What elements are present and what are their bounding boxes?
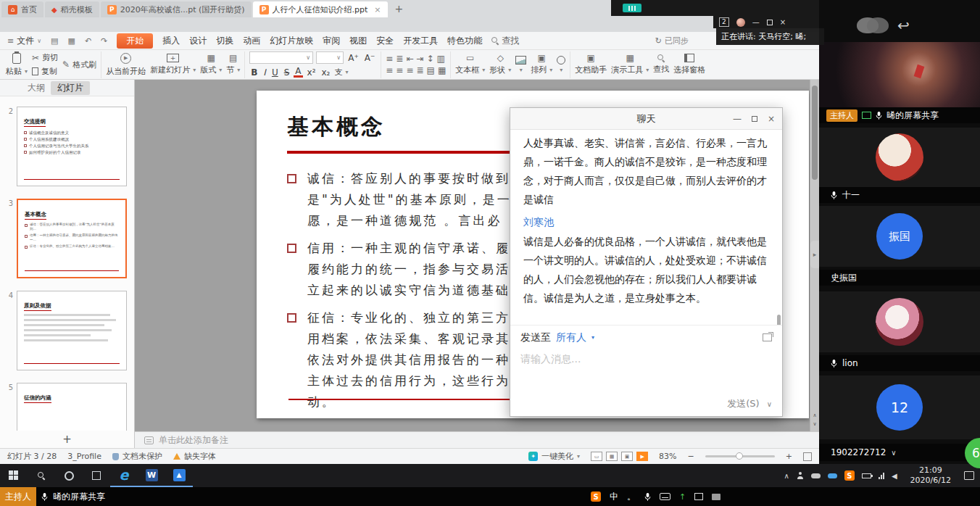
justify-icon[interactable]: ≣ [416,66,423,75]
menu-security[interactable]: 安全 [376,35,394,47]
sogou-tray-icon[interactable]: S [844,470,855,481]
menu-view[interactable]: 视图 [349,35,367,47]
slide-thumbnail-5[interactable]: 征信的内涵 [17,383,127,431]
distribute-icon[interactable]: ▤ [427,66,435,75]
taskbar-search-button[interactable] [28,464,55,487]
selection-pane-button[interactable]: 选择窗格 [673,54,705,75]
bold-button[interactable]: B [249,67,259,78]
popout-icon[interactable] [763,333,772,341]
strikethrough-button[interactable]: S [283,67,291,78]
send-to-select[interactable]: 所有人 [556,331,586,344]
zoom-slider-handle[interactable] [736,452,743,460]
present-tools-button[interactable]: ▦ 演示工具▾ [611,54,649,75]
taskbar-clock[interactable]: 21:09 2020/6/12 [910,465,951,486]
chat-maximize-button[interactable] [752,116,757,122]
collapse-pane-handle[interactable]: ▸ [810,241,819,268]
menu-devtools[interactable]: 开发工具 [403,35,438,47]
doc-assistant-button[interactable]: ▣ 文档助手 [575,54,607,75]
chevron-down-icon[interactable]: ▾ [591,334,594,341]
zoom-slider[interactable] [705,455,775,457]
play-from-current-button[interactable]: ▶ 从当前开始 [106,53,146,77]
participant-tile[interactable]: 12 [819,376,980,439]
copy-button[interactable]: 复制 [32,66,58,77]
onedrive-icon[interactable] [828,473,837,478]
chat-input[interactable]: 请输入消息... [510,349,782,391]
slide-thumbnail-4[interactable]: 原则及依据 [17,291,127,370]
tab-home[interactable]: ⌂ 首页 [1,1,43,17]
menu-special[interactable]: 特色功能 [447,35,482,47]
participant-tile[interactable]: 振国 [819,206,980,267]
format-painter-button[interactable]: ✎格式刷 [62,59,96,70]
subscript-button[interactable]: x₂ [320,67,331,78]
missing-font-button[interactable]: 缺失字体 [173,451,216,462]
indent-decrease-icon[interactable]: ⇤ [406,54,413,63]
network-icon[interactable] [879,473,884,479]
tab-document-2[interactable]: P 人行个人征信知识介绍.ppt × [253,1,388,17]
menu-start[interactable]: 开始 [117,33,153,49]
punctuation-icon[interactable]: 。 [627,491,636,503]
tab-outline[interactable]: 大纲 [28,82,45,94]
meeting-app-button[interactable]: ▲ [165,464,193,487]
file-menu[interactable]: ≡ 文件 ∨ [7,35,41,47]
previous-slide-button[interactable]: ∧ [813,412,816,418]
menu-design[interactable]: 设计 [189,35,207,47]
participant-tile[interactable] [819,291,980,352]
action-center-icon[interactable] [964,471,974,480]
host-video-tile[interactable] [819,42,980,107]
normal-view-button[interactable]: ▭ [591,452,602,461]
undo-icon[interactable]: ↶ [85,36,91,46]
fullscreen-icon[interactable] [803,452,812,461]
find-button[interactable]: 查找 [653,54,669,75]
menu-slideshow[interactable]: 幻灯片放映 [270,35,313,47]
save-icon[interactable]: ▤ [51,36,58,46]
menu-insert[interactable]: 插入 [162,35,180,47]
back-arrow-icon[interactable]: ↩ [897,18,910,33]
menu-animation[interactable]: 动画 [243,35,260,47]
chat-header[interactable]: 聊天 — × [510,108,782,130]
cortana-button[interactable] [55,464,83,487]
align-right-icon[interactable]: ≡ [406,66,413,75]
slide-sorter-button[interactable]: ▦ [606,452,618,461]
user-avatar[interactable] [736,18,745,27]
toolbox-icon[interactable] [712,494,721,500]
text-tool-button[interactable]: 支▾ [334,67,348,78]
zoom-in-button[interactable]: + [786,452,792,461]
decrease-font-button[interactable]: A⁻ [363,53,377,63]
outline-color-button[interactable]: ▾ [557,56,565,73]
tab-docer[interactable]: ◆ 稻壳模板 [45,1,99,17]
paste-button[interactable]: 粘贴▾ [6,53,28,77]
message-count-badge[interactable]: 2 [719,17,729,27]
doc-protect-button[interactable]: 文档未保护 [112,451,162,462]
section-button[interactable]: ▤ 节▾ [226,54,240,75]
line-spacing-icon[interactable]: ↕ [427,54,434,63]
arrange-button[interactable]: ▣ 排列▾ [531,54,552,75]
picture-button[interactable]: ▾ [515,56,526,73]
voice-input-icon[interactable] [644,492,651,502]
tray-expand-icon[interactable]: ∧ [784,472,789,480]
sogou-logo-icon[interactable]: S [591,492,601,502]
redo-icon[interactable]: ↷ [101,36,107,46]
menu-transition[interactable]: 切换 [216,35,233,47]
zoom-level[interactable]: 83% [659,452,676,461]
textbox-button[interactable]: ▭ 文本框▾ [455,54,485,75]
image-icon[interactable] [694,493,703,500]
slideshow-button[interactable]: ▶ [636,452,648,461]
chat-sender-name[interactable]: 刘寒池 [523,212,769,231]
task-view-button[interactable] [83,464,110,487]
volume-icon[interactable]: ◀ [892,472,897,480]
battery-icon[interactable] [862,473,871,478]
print-icon[interactable]: ▦ [67,36,75,46]
cloud-icon[interactable] [811,473,821,478]
chat-minimize-button[interactable]: — [733,114,742,124]
font-color-button[interactable]: A [294,67,302,78]
start-button[interactable] [0,464,28,487]
slide-thumbnail-2[interactable]: 交流提纲 诚信概念及诚信的意义 个人信用系统建设概况 个人信用记录与当代大学生的… [17,107,127,186]
scrollbar-thumb[interactable] [812,86,818,180]
chat-close-button[interactable]: × [768,114,775,124]
cut-button[interactable]: ✂剪切 [32,52,58,63]
align-center-icon[interactable]: ≡ [396,66,403,75]
close-tab-icon[interactable]: × [374,5,381,14]
people-icon[interactable] [797,472,804,479]
slide-thumbnail-3-selected[interactable]: 基本概念 诚信：答应别人的事要按时做到，这是"为人处世"的基本原则… 信用：一种… [17,199,127,278]
numbered-list-icon[interactable]: ≣ [396,54,403,63]
